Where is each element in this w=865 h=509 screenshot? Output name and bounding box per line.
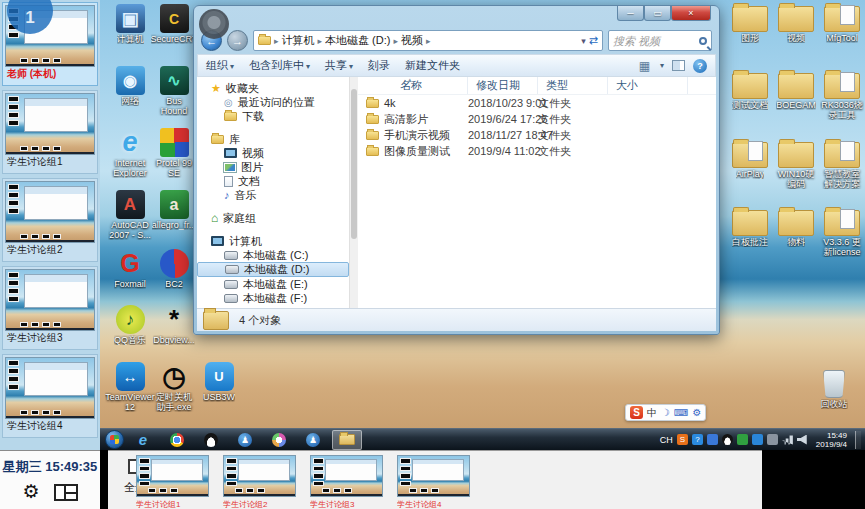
forward-button[interactable]: → [227,30,248,51]
desktop-folder-classroom[interactable]: 智慧教室解决方案 [820,142,864,189]
file-row-hd-movies[interactable]: 高清影片 2019/6/24 17:25 文件夹 [358,111,716,127]
desktop-folder-video[interactable]: 视频 [774,6,818,43]
search-box[interactable] [608,30,712,51]
breadcrumb[interactable]: ▸ 计算机 ▸ 本地磁盘 (D:) ▸ 视频 ▸ ▾ ⇄ [253,30,603,51]
language-indicator[interactable]: CH [660,435,673,445]
machine-card-group2[interactable]: 学生讨论组2 [2,178,98,262]
share-button[interactable]: 共享▾ [325,58,353,73]
volume-icon[interactable] [797,435,808,445]
desktop-icon-bc2[interactable]: BC2 [152,249,196,289]
group-thumbnail-4[interactable]: 学生讨论组4 [397,455,470,509]
chevron-down-icon[interactable]: ▾ [660,61,664,70]
desktop-folder-boegam[interactable]: BOEGAM [774,73,818,110]
tray-clock[interactable]: 15:49 2019/9/4 [812,431,851,449]
network-signal-icon[interactable] [782,435,793,445]
qq-tray-icon[interactable] [722,434,733,445]
nav-drive-d[interactable]: 本地磁盘 (D:) [197,262,349,277]
desktop-icon-protel[interactable]: Protel 99 SE [152,128,196,178]
new-folder-button[interactable]: 新建文件夹 [405,58,460,73]
taskbar-button-qq[interactable] [196,430,226,450]
ime-keyboard-icon[interactable]: ⌨ [674,407,688,418]
column-date-modified[interactable]: 修改日期 [468,77,538,94]
desktop-icon-recycle-bin[interactable]: 回收站 [812,370,856,409]
group-thumbnail-2[interactable]: 学生讨论组2 [223,455,296,509]
desktop-icon-autocad[interactable]: A AutoCAD 2007 - S... [108,190,152,240]
help-tray-icon[interactable]: ? [692,434,703,445]
taskbar-button-paint-app[interactable] [264,430,294,450]
nav-drive-f[interactable]: 本地磁盘 (F:) [197,291,349,305]
change-view-icon[interactable]: ▦ [639,59,650,73]
desktop-icon-teamviewer[interactable]: ↔ TeamViewer 12 [108,362,152,412]
nav-scrollbar[interactable] [349,77,358,308]
settings-gear-icon[interactable]: ⚙ [22,482,39,502]
nav-favorites[interactable]: ★ 收藏夹 [197,81,349,95]
desktop-icon-ie[interactable]: e Internet Explorer [108,128,152,178]
preview-pane-icon[interactable] [672,60,685,71]
search-input[interactable] [613,35,699,47]
file-row-image-quality[interactable]: 图像质量测试 2019/9/4 11:02 文件夹 [358,143,716,159]
breadcrumb-computer[interactable]: 计算机 [282,33,315,48]
desktop-icon-qqmusic[interactable]: ♪ QQ音乐 [108,305,152,345]
nav-recent-places[interactable]: ◎ 最近访问的位置 [197,95,349,109]
breadcrumb-drive-d[interactable]: 本地磁盘 (D:) [325,33,390,48]
nav-computer[interactable]: 计算机 [197,234,349,248]
breadcrumb-videos[interactable]: 视频 [401,33,423,48]
ime-settings-icon[interactable]: ⚙ [692,407,701,418]
refresh-icon[interactable]: ⇄ [589,34,598,47]
include-in-library-button[interactable]: 包含到库中▾ [249,58,310,73]
nav-downloads[interactable]: 下载 [197,109,349,123]
desktop-icon-network[interactable]: ◉ 网络 [108,66,152,106]
nav-pictures-library[interactable]: 图片 [197,160,349,174]
nav-music-library[interactable]: ♪ 音乐 [197,188,349,202]
group-thumbnail-3[interactable]: 学生讨论组3 [310,455,383,509]
nav-drive-e[interactable]: 本地磁盘 (E:) [197,277,349,291]
layout-grid-icon[interactable] [54,484,78,501]
nav-documents-library[interactable]: 文档 [197,174,349,188]
close-button[interactable]: × [671,6,711,21]
desktop-icon-computer[interactable]: ▣ 计算机 [108,4,152,44]
desktop-icon-allegro[interactable]: a allegro_fr... [152,190,196,230]
desktop-folder-whiteboard[interactable]: 白板批注 [728,210,772,247]
taskbar-button-ie[interactable]: e [128,430,158,450]
ime-moon-icon[interactable]: ☽ [661,407,670,418]
file-row-phone-demo[interactable]: 手机演示视频 2018/11/27 18:47 文件夹 [358,127,716,143]
taskbar-button-explorer-active[interactable] [332,430,362,450]
machine-card-group4[interactable]: 学生讨论组4 [2,354,98,438]
taskbar-button-classroom-app[interactable]: ♟ [230,430,260,450]
burn-button[interactable]: 刻录 [368,58,390,73]
desktop-folder-graphics[interactable]: 图形 [728,6,772,43]
sogou-tray-icon[interactable]: S [677,434,688,445]
tray-icon-app[interactable] [707,434,718,445]
group-thumbnail-1[interactable]: 学生讨论组1 [136,455,209,509]
desktop-icon-bushound[interactable]: ∿ Bus Hound [152,66,196,116]
desktop-folder-rk3036[interactable]: RK3036烧录工具 [820,73,864,120]
minimize-button[interactable]: ─ [617,6,644,21]
tray-icon-app-2[interactable] [752,434,763,445]
nav-drive-c[interactable]: 本地磁盘 (C:) [197,248,349,262]
desktop-icon-shutdown-timer[interactable]: ◷ 定时关机助手.exe [152,362,196,412]
desktop-folder-materials[interactable]: 物料 [774,210,818,247]
column-name[interactable]: ▴ 名称 [358,77,468,94]
desktop-folder-win10[interactable]: WIN10硬编码 [774,142,818,189]
security-tray-icon[interactable] [737,434,748,445]
usb-tray-icon[interactable] [767,434,778,445]
start-button[interactable] [105,430,124,449]
desktop-icon-usb3w[interactable]: U USB3W [197,362,241,402]
taskbar-button-chrome[interactable] [162,430,192,450]
organize-button[interactable]: 组织▾ [206,58,234,73]
taskbar-button-classroom-app-2[interactable]: ♟ [298,430,328,450]
ime-chinese-mode[interactable]: 中 [647,406,657,420]
desktop-icon-securecrt[interactable]: C SecureCRT [152,4,196,44]
desktop-folder-airplay[interactable]: AirPlay [728,142,772,179]
address-dropdown-icon[interactable]: ▾ [581,36,586,46]
nav-homegroup[interactable]: ⌂ 家庭组 [197,211,349,225]
desktop-icon-dbgview[interactable]: * Dbgview... [152,305,196,345]
desktop-folder-testdocs[interactable]: 测试文档 [728,73,772,110]
show-desktop-button[interactable] [855,431,861,449]
column-size[interactable]: 大小 [608,77,688,94]
desktop-folder-license[interactable]: V3.3.6 更新license [820,210,864,257]
nav-libraries[interactable]: 库 [197,132,349,146]
column-type[interactable]: 类型 [538,77,608,94]
machine-card-group3[interactable]: 学生讨论组3 [2,266,98,350]
desktop-folder-mfgtool[interactable]: MfgTool [820,6,864,43]
